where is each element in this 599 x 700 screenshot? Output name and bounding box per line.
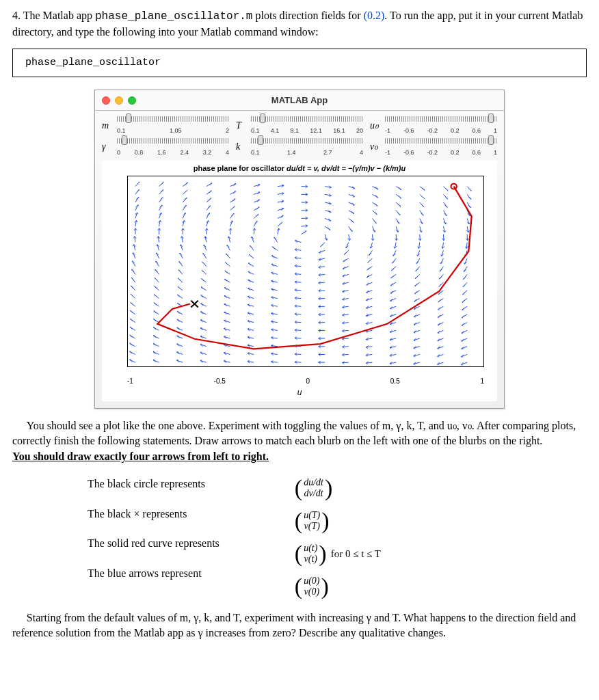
- svg-line-322: [461, 362, 467, 364]
- command-text: phase_plane_oscillator: [25, 57, 161, 68]
- problem-statement: 4. The Matlab app phase_plane_oscillator…: [12, 8, 587, 39]
- match-left-2: The black × represents: [88, 507, 219, 522]
- svg-line-222: [346, 242, 349, 247]
- svg-line-13: [133, 252, 135, 258]
- svg-line-124: [248, 288, 254, 290]
- slider-m[interactable]: m 0.1 1.05 2: [102, 116, 229, 135]
- svg-line-260: [390, 306, 396, 308]
- equation-ref: (0.2): [364, 10, 385, 21]
- window-title: MATLAB App: [95, 94, 504, 107]
- svg-line-98: [224, 312, 230, 314]
- plot-svg: [128, 176, 483, 366]
- svg-line-281: [414, 322, 420, 324]
- instruction-p2: You should draw exactly four arrows from…: [12, 449, 587, 464]
- matlab-app-window: MATLAB App m 0.1 1.05 2 T 0.1 4.1 8: [94, 90, 505, 409]
- svg-line-302: [438, 338, 444, 340]
- match-right-1: ( du/dtdv/dt ): [295, 476, 381, 500]
- slider-thumb-u0: [488, 113, 494, 123]
- slider-T[interactable]: T 0.1 4.1 8.1 12.1 16.1 20: [236, 116, 363, 135]
- svg-line-198: [319, 250, 325, 252]
- slider-v0[interactable]: v₀ -1 -0.6 -0.2 0.2 0.6 1: [370, 138, 497, 157]
- slider-panel: m 0.1 1.05 2 T 0.1 4.1 8.1 12.1 16.1: [95, 111, 504, 157]
- svg-line-73: [200, 328, 207, 330]
- svg-line-335: [465, 258, 468, 264]
- phase-plane-plot: phase plane for oscillator du/dt = v, dv…: [102, 161, 497, 402]
- slider-thumb-k: [258, 135, 263, 145]
- slider-gamma[interactable]: γ 0 0.8 1.6 2.4 3.2 4: [102, 138, 229, 157]
- slider-thumb-v0: [488, 135, 494, 145]
- matching-exercise: The black circle represents The black × …: [88, 476, 546, 598]
- svg-line-46: [176, 360, 183, 362]
- app-filename: phase_plane_oscillator.m: [95, 10, 252, 23]
- slider-thumb-gamma: [122, 135, 127, 145]
- svg-line-202: [325, 218, 331, 220]
- slider-k[interactable]: k 0.1 1.4 2.7 4: [236, 138, 363, 157]
- match-left-3: The solid red curve represents: [88, 536, 219, 551]
- match-right-3: ( u(t)v(t) ) for 0 ≤ t ≤ T: [295, 542, 381, 565]
- titlebar: MATLAB App: [95, 90, 504, 111]
- svg-line-99: [224, 304, 230, 306]
- svg-line-83: [204, 245, 207, 250]
- match-left-1: The black circle represents: [88, 476, 219, 492]
- slider-thumb-T: [260, 113, 265, 123]
- svg-line-323: [462, 354, 468, 356]
- plot-xticks: -1 -0.5 0 0.5 1: [127, 377, 484, 386]
- command-box: phase_plane_oscillator: [12, 49, 587, 77]
- instruction-p1: You should see a plot like the one above…: [12, 418, 587, 448]
- plot-title: phase plane for oscillator du/dt = v, dv…: [103, 161, 496, 176]
- problem-number: 4.: [12, 10, 21, 21]
- match-left-4: The blue arrows represent: [88, 566, 219, 581]
- svg-line-47: [176, 352, 183, 354]
- svg-line-317: [444, 218, 446, 224]
- match-right-4: ( u(0)v(0) ): [295, 575, 381, 598]
- slider-thumb-m: [126, 113, 131, 123]
- slider-u0[interactable]: u₀ -1 -0.6 -0.2 0.2 0.6 1: [370, 116, 497, 135]
- svg-line-72: [200, 336, 207, 338]
- closing-paragraph: Starting from the default values of m, γ…: [12, 610, 587, 640]
- match-right-2: ( u(T)v(T) ): [295, 509, 381, 533]
- plot-xlabel: u: [103, 386, 496, 401]
- svg-line-48: [177, 344, 183, 347]
- svg-line-228: [349, 194, 355, 196]
- svg-line-109: [230, 220, 232, 226]
